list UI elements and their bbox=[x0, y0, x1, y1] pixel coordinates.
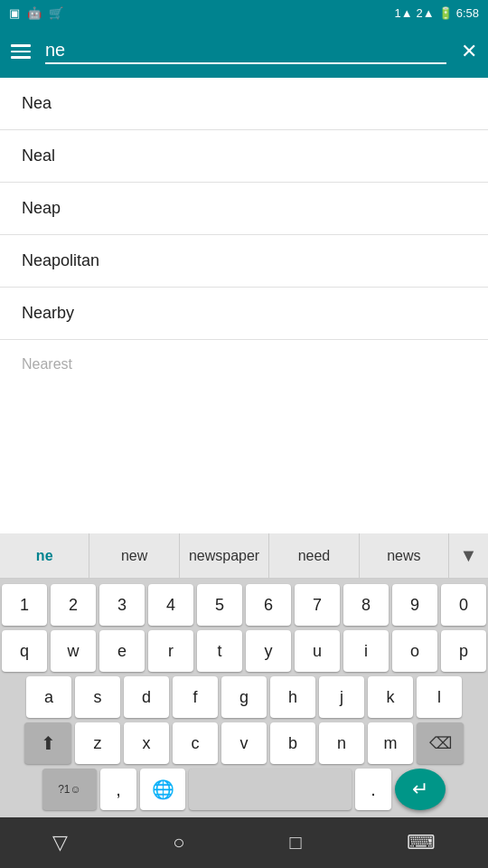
key-x[interactable]: x bbox=[124, 722, 169, 764]
keyboard-row-numbers: 1 2 3 4 5 6 7 8 9 0 bbox=[2, 584, 486, 626]
key-s[interactable]: s bbox=[75, 676, 120, 718]
autocomplete-expand-button[interactable]: ▼ bbox=[448, 533, 488, 578]
key-1[interactable]: 1 bbox=[2, 584, 47, 626]
suggestion-text: Neal bbox=[22, 146, 55, 165]
key-n[interactable]: n bbox=[319, 722, 364, 764]
key-j[interactable]: j bbox=[319, 676, 364, 718]
key-4[interactable]: 4 bbox=[148, 584, 193, 626]
globe-key[interactable]: 🌐 bbox=[140, 769, 185, 810]
shopping-icon: 🛒 bbox=[49, 6, 63, 20]
key-m[interactable]: m bbox=[368, 722, 413, 764]
symbols-key[interactable]: ?1☺ bbox=[42, 769, 97, 810]
key-r[interactable]: r bbox=[148, 630, 193, 672]
suggestion-text: Nearest bbox=[22, 356, 72, 372]
android-icon: 🤖 bbox=[27, 6, 42, 20]
key-q[interactable]: q bbox=[2, 630, 47, 672]
suggestion-text: Neap bbox=[22, 199, 61, 217]
key-p[interactable]: p bbox=[441, 630, 486, 672]
status-bar: ▣ 🤖 🛒 1▲ 2▲ 🔋 6:58 bbox=[0, 0, 488, 25]
key-w[interactable]: w bbox=[51, 630, 96, 672]
comma-key[interactable]: , bbox=[100, 769, 136, 810]
clear-button[interactable]: ✕ bbox=[461, 40, 477, 63]
keyboard-row-zxcv: ⬆ z x c v b n m ⌫ bbox=[2, 722, 486, 764]
autocomplete-item-need[interactable]: need bbox=[269, 533, 359, 579]
enter-key[interactable]: ↵ bbox=[395, 769, 446, 810]
autocomplete-item-new[interactable]: new bbox=[89, 533, 179, 579]
back-nav-button[interactable]: ▽ bbox=[52, 831, 68, 854]
keyboard-nav-button[interactable]: ⌨ bbox=[407, 831, 436, 854]
key-f[interactable]: f bbox=[173, 676, 218, 718]
recents-nav-button[interactable]: □ bbox=[290, 831, 302, 854]
status-bar-left: ▣ 🤖 🛒 bbox=[9, 6, 63, 20]
time-display: 6:58 bbox=[456, 6, 479, 20]
key-7[interactable]: 7 bbox=[295, 584, 340, 626]
key-t[interactable]: t bbox=[197, 630, 242, 672]
suggestion-text: Neapolitan bbox=[22, 251, 99, 269]
key-c[interactable]: c bbox=[173, 722, 218, 764]
shift-key[interactable]: ⬆ bbox=[24, 722, 71, 764]
keyboard-bottom-row: ?1☺ , 🌐 . ↵ bbox=[2, 769, 486, 810]
signal2-icon: 2▲ bbox=[417, 6, 435, 20]
suggestion-item[interactable]: Neapolitan bbox=[0, 235, 488, 288]
suggestion-text: Nea bbox=[22, 94, 52, 112]
key-y[interactable]: y bbox=[246, 630, 291, 672]
key-o[interactable]: o bbox=[392, 630, 437, 672]
key-k[interactable]: k bbox=[368, 676, 413, 718]
key-3[interactable]: 3 bbox=[99, 584, 145, 626]
screen-icon: ▣ bbox=[9, 6, 20, 20]
key-d[interactable]: d bbox=[124, 676, 169, 718]
autocomplete-item-news[interactable]: news bbox=[360, 533, 448, 579]
search-input[interactable] bbox=[45, 40, 446, 64]
key-g[interactable]: g bbox=[221, 676, 267, 718]
suggestion-text: Nearby bbox=[22, 304, 74, 322]
key-2[interactable]: 2 bbox=[51, 584, 96, 626]
content-area: ✕ Nea Neal Neap Neapolitan Nearby Neares… bbox=[0, 25, 488, 868]
period-key[interactable]: . bbox=[355, 769, 391, 810]
suggestion-item[interactable]: Neap bbox=[0, 183, 488, 235]
menu-button[interactable] bbox=[11, 44, 31, 59]
home-nav-button[interactable]: ○ bbox=[173, 831, 184, 854]
key-9[interactable]: 9 bbox=[392, 584, 437, 626]
search-bar: ✕ bbox=[0, 25, 488, 78]
suggestion-item[interactable]: Nea bbox=[0, 78, 488, 130]
key-i[interactable]: i bbox=[343, 630, 389, 672]
space-key[interactable] bbox=[189, 769, 352, 810]
key-v[interactable]: v bbox=[221, 722, 267, 764]
key-8[interactable]: 8 bbox=[343, 584, 389, 626]
key-h[interactable]: h bbox=[270, 676, 315, 718]
key-5[interactable]: 5 bbox=[197, 584, 242, 626]
key-u[interactable]: u bbox=[295, 630, 340, 672]
suggestion-item[interactable]: Nearby bbox=[0, 288, 488, 340]
status-icons: 1▲ 2▲ 🔋 6:58 bbox=[394, 6, 479, 20]
keyboard-row-asdf: a s d f g h j k l bbox=[2, 676, 486, 718]
suggestion-list: Nea Neal Neap Neapolitan Nearby Nearest bbox=[0, 78, 488, 533]
suggestion-item[interactable]: Nearest bbox=[0, 340, 488, 389]
battery-icon: 🔋 bbox=[438, 6, 453, 20]
key-6[interactable]: 6 bbox=[246, 584, 291, 626]
signal1-icon: 1▲ bbox=[394, 6, 412, 20]
key-a[interactable]: a bbox=[26, 676, 71, 718]
suggestion-item[interactable]: Neal bbox=[0, 130, 488, 183]
key-e[interactable]: e bbox=[99, 630, 145, 672]
autocomplete-items: ne new newspaper need news bbox=[0, 533, 448, 579]
key-0[interactable]: 0 bbox=[441, 584, 486, 626]
autocomplete-item-newspaper[interactable]: newspaper bbox=[180, 533, 269, 579]
nav-bar: ▽ ○ □ ⌨ bbox=[0, 817, 488, 868]
key-z[interactable]: z bbox=[75, 722, 120, 764]
key-b[interactable]: b bbox=[270, 722, 315, 764]
autocomplete-item-ne[interactable]: ne bbox=[0, 533, 89, 579]
keyboard: 1 2 3 4 5 6 7 8 9 0 q w e r t y u i o p … bbox=[0, 579, 488, 817]
backspace-key[interactable]: ⌫ bbox=[417, 722, 464, 764]
key-l[interactable]: l bbox=[417, 676, 462, 718]
autocomplete-bar: ne new newspaper need news ▼ bbox=[0, 533, 488, 579]
keyboard-row-qwerty: q w e r t y u i o p bbox=[2, 630, 486, 672]
